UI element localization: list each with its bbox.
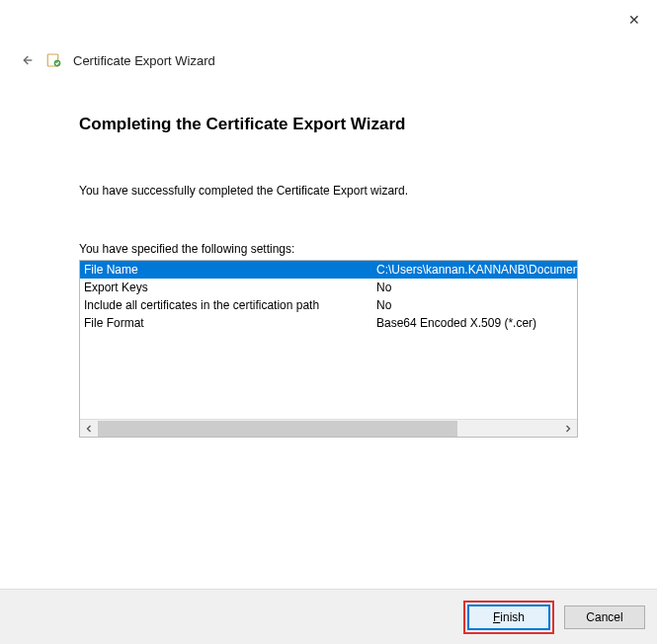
settings-table: File Name C:\Users\kannan.KANNANB\Docume…	[79, 260, 578, 438]
table-row[interactable]: Include all certificates in the certific…	[80, 296, 577, 314]
back-button[interactable]	[18, 51, 36, 69]
scroll-track[interactable]	[98, 420, 559, 437]
settings-value: No	[376, 279, 577, 296]
chevron-right-icon	[564, 425, 572, 433]
button-bar: Finish Cancel	[0, 589, 657, 644]
settings-label: You have specified the following setting…	[79, 242, 578, 256]
page-title: Completing the Certificate Export Wizard	[79, 115, 578, 134]
settings-value: Base64 Encoded X.509 (*.cer)	[376, 314, 577, 332]
settings-name: Export Keys	[80, 279, 376, 296]
settings-name: Include all certificates in the certific…	[80, 296, 376, 314]
horizontal-scrollbar[interactable]	[80, 419, 577, 437]
table-row[interactable]: File Format Base64 Encoded X.509 (*.cer)	[80, 314, 577, 332]
settings-value: C:\Users\kannan.KANNANB\Document	[376, 261, 577, 279]
wizard-title: Certificate Export Wizard	[73, 53, 215, 68]
settings-name: File Format	[80, 314, 376, 332]
table-row[interactable]: Export Keys No	[80, 279, 577, 296]
cancel-label: Cancel	[586, 610, 622, 624]
finish-button[interactable]: Finish	[468, 605, 549, 629]
finish-highlight: Finish	[463, 601, 554, 634]
scroll-right-arrow[interactable]	[559, 420, 577, 438]
settings-name: File Name	[80, 261, 376, 279]
close-icon: ✕	[628, 12, 640, 28]
finish-label: Finish	[493, 610, 525, 624]
chevron-left-icon	[85, 425, 93, 433]
table-row[interactable]: File Name C:\Users\kannan.KANNANB\Docume…	[80, 261, 577, 279]
cancel-button[interactable]: Cancel	[564, 605, 645, 629]
scroll-thumb[interactable]	[98, 421, 457, 437]
success-message: You have successfully completed the Cert…	[79, 184, 578, 198]
arrow-left-icon	[19, 52, 35, 68]
close-button[interactable]: ✕	[619, 8, 649, 32]
settings-value: No	[376, 296, 577, 314]
certificate-icon	[45, 51, 63, 69]
scroll-left-arrow[interactable]	[80, 420, 98, 438]
